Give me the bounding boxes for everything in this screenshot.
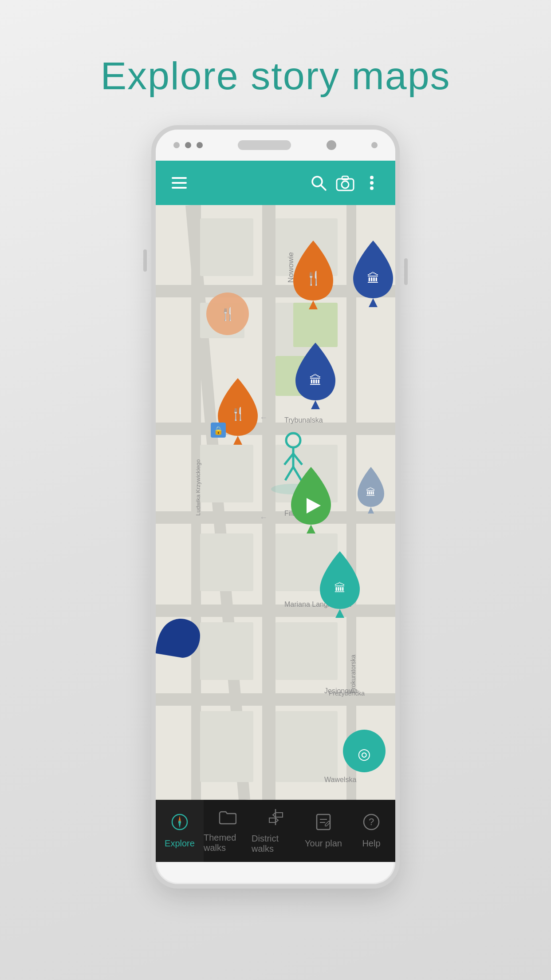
dot-right — [371, 142, 378, 148]
svg-rect-31 — [276, 711, 338, 782]
svg-text:🍴: 🍴 — [230, 407, 246, 421]
svg-text:🔒: 🔒 — [213, 426, 224, 435]
svg-text:Prokuratorska: Prokuratorska — [350, 655, 357, 693]
map-view[interactable]: Nowowie Trybunalska Filtrowa Mariana Lan… — [156, 205, 395, 800]
app-header — [156, 161, 395, 205]
svg-rect-26 — [200, 533, 253, 591]
bottom-tab-bar: Explore Themed walks D — [156, 800, 395, 862]
svg-text:←: ← — [260, 413, 268, 422]
plan-icon — [315, 813, 331, 835]
tab-explore-label: Explore — [165, 838, 195, 849]
phone-frame: Nowowie Trybunalska Filtrowa Mariana Lan… — [151, 125, 400, 889]
compass-icon — [171, 813, 189, 835]
svg-rect-15 — [156, 605, 395, 617]
more-button[interactable] — [361, 172, 383, 194]
signs-icon — [267, 808, 284, 830]
svg-text:Wawelska: Wawelska — [324, 776, 356, 783]
phone-camera — [327, 140, 336, 150]
power-button — [404, 258, 408, 285]
camera-button[interactable] — [334, 172, 356, 194]
svg-text:?: ? — [369, 816, 374, 827]
svg-rect-28 — [200, 622, 253, 680]
svg-text:🏛: 🏛 — [334, 581, 346, 595]
svg-rect-29 — [276, 622, 338, 680]
phone-speaker — [238, 140, 291, 150]
hamburger-icon — [172, 177, 187, 189]
dot-3 — [197, 142, 203, 148]
svg-rect-4 — [342, 176, 348, 180]
svg-line-1 — [321, 185, 326, 190]
menu-button[interactable] — [168, 172, 190, 194]
svg-point-5 — [370, 176, 374, 179]
tab-district-walks-label: District walks — [252, 834, 299, 854]
hamburger-line-1 — [172, 177, 187, 179]
dot-2 — [185, 142, 191, 148]
svg-rect-24 — [200, 445, 253, 502]
tab-help-label: Help — [362, 838, 380, 849]
svg-rect-30 — [200, 711, 253, 782]
tab-district-walks[interactable]: District walks — [252, 800, 299, 862]
svg-rect-14 — [156, 511, 395, 524]
svg-text:🍴: 🍴 — [220, 307, 236, 321]
tab-your-plan[interactable]: Your plan — [299, 800, 347, 862]
hamburger-line-2 — [172, 182, 187, 184]
svg-text:←: ← — [260, 513, 268, 522]
svg-text:Prezydencka: Prezydencka — [329, 690, 365, 697]
tab-explore[interactable]: Explore — [156, 800, 204, 862]
dot-1 — [173, 142, 180, 148]
page-title: Explore story maps — [100, 53, 450, 99]
svg-rect-18 — [200, 218, 253, 276]
hamburger-line-3 — [172, 187, 187, 189]
svg-text:🏛: 🏛 — [309, 374, 322, 387]
svg-text:Ludwika Krzywickiego: Ludwika Krzywickiego — [195, 459, 201, 516]
svg-text:Trybunalska: Trybunalska — [284, 416, 323, 424]
svg-point-7 — [370, 186, 374, 190]
tab-themed-walks-label: Themed walks — [204, 833, 252, 853]
header-right-icons — [307, 172, 383, 194]
phone-dots — [173, 142, 203, 148]
svg-point-3 — [342, 181, 349, 188]
volume-button — [143, 249, 147, 272]
svg-text:◎: ◎ — [358, 745, 371, 762]
tab-themed-walks[interactable]: Themed walks — [204, 800, 252, 862]
svg-rect-13 — [156, 423, 395, 435]
tab-your-plan-label: Your plan — [305, 838, 342, 849]
phone-mockup: Nowowie Trybunalska Filtrowa Mariana Lan… — [151, 125, 400, 889]
folder-icon — [219, 809, 236, 829]
help-icon: ? — [362, 813, 380, 835]
phone-top-bar — [156, 130, 395, 161]
tab-help[interactable]: ? Help — [347, 800, 395, 862]
search-button[interactable] — [307, 172, 330, 194]
svg-text:🏛: 🏛 — [366, 487, 376, 498]
svg-point-6 — [370, 181, 374, 185]
svg-text:🍴: 🍴 — [305, 270, 322, 286]
svg-text:🏛: 🏛 — [367, 272, 379, 285]
